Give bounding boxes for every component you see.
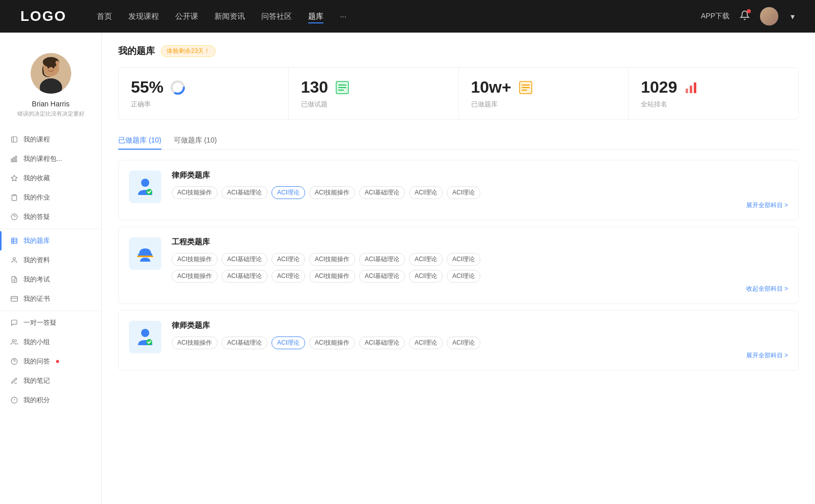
tab-done-banks[interactable]: 已做题库 (10) xyxy=(118,132,161,149)
svg-rect-44 xyxy=(694,82,696,93)
stat-questions: 130 已做试题 xyxy=(289,68,459,119)
sidebar-item-my-cert[interactable]: 我的证书 xyxy=(0,289,101,309)
profile-avatar-svg xyxy=(31,53,71,94)
nav-link-more[interactable]: ··· xyxy=(340,10,346,23)
tag-3-3[interactable]: ACI理论 xyxy=(271,337,305,349)
sidebar-label: 我的笔记 xyxy=(23,376,50,385)
sidebar-item-my-courses[interactable]: 我的课程 xyxy=(0,130,101,149)
table-icon xyxy=(10,237,18,245)
sidebar-item-my-bank[interactable]: 我的题库 xyxy=(0,231,101,250)
sidebar-item-homework[interactable]: 我的作业 xyxy=(0,188,101,207)
sidebar-label: 我的小组 xyxy=(23,338,50,347)
sidebar-item-my-info[interactable]: 我的资料 xyxy=(0,250,101,270)
tag-1-3[interactable]: ACI理论 xyxy=(271,186,305,199)
svg-rect-8 xyxy=(11,159,12,162)
tag-2-r2-5[interactable]: ACI基础理论 xyxy=(359,270,405,283)
tag-3-1[interactable]: ACI技能操作 xyxy=(172,337,218,349)
sidebar-item-my-notes[interactable]: 我的笔记 xyxy=(0,371,101,390)
sidebar-item-favorites[interactable]: 我的收藏 xyxy=(0,169,101,188)
collapse-link-2[interactable]: 收起全部科目 > xyxy=(172,285,788,293)
nav-right: APP下载 ▾ xyxy=(701,7,795,25)
tab-available-banks[interactable]: 可做题库 (10) xyxy=(174,132,217,149)
user-menu-chevron[interactable]: ▾ xyxy=(791,12,795,21)
engineer-icon-svg xyxy=(134,242,156,265)
tag-3-5[interactable]: ACI基础理论 xyxy=(359,337,405,349)
tag-1-7[interactable]: ACI理论 xyxy=(447,186,480,199)
tag-2-3[interactable]: ACI理论 xyxy=(271,253,305,266)
sidebar-label: 我的作业 xyxy=(23,193,50,202)
tabs: 已做题库 (10) 可做题库 (10) xyxy=(118,132,799,150)
tag-1-5[interactable]: ACI基础理论 xyxy=(359,186,405,199)
sidebar-item-my-exam[interactable]: 我的考试 xyxy=(0,270,101,289)
tag-3-6[interactable]: ACI理论 xyxy=(409,337,443,349)
sidebar-item-course-pack[interactable]: 我的课程包... xyxy=(0,149,101,169)
sidebar-item-my-points[interactable]: 我的积分 xyxy=(0,390,101,410)
qbank-title-2: 工程类题库 xyxy=(172,237,788,247)
navbar: LOGO 首页 发现课程 公开课 新闻资讯 问答社区 题库 ··· APP下载 … xyxy=(0,0,815,33)
bar-chart-red-icon xyxy=(683,79,699,96)
qbank-tags-1: ACI技能操作 ACI基础理论 ACI理论 ACI技能操作 ACI基础理论 AC… xyxy=(172,186,788,199)
notification-bell[interactable] xyxy=(740,10,750,22)
cert-icon xyxy=(10,295,18,303)
tag-2-r2-7[interactable]: ACI理论 xyxy=(447,270,480,283)
nav-link-qa[interactable]: 问答社区 xyxy=(261,10,292,23)
svg-point-24 xyxy=(12,340,15,342)
svg-rect-43 xyxy=(690,86,692,93)
sidebar-label: 我的题库 xyxy=(23,236,50,245)
tag-2-r2-3[interactable]: ACI理论 xyxy=(271,270,305,283)
tag-1-4[interactable]: ACI技能操作 xyxy=(309,186,355,199)
star-icon xyxy=(10,174,18,182)
file-icon xyxy=(10,135,18,144)
stat-top: 10w+ xyxy=(471,78,616,97)
sidebar-item-my-group[interactable]: 我的小组 xyxy=(0,332,101,352)
page-title-row: 我的题库 体验剩余23天！ xyxy=(118,45,799,57)
nav-link-bank[interactable]: 题库 xyxy=(308,10,323,23)
tag-2-r2-6[interactable]: ACI理论 xyxy=(409,270,443,283)
tag-3-4[interactable]: ACI技能操作 xyxy=(309,337,355,349)
tag-2-6[interactable]: ACI理论 xyxy=(409,253,443,266)
main-content: 我的题库 体验剩余23天！ 55% xyxy=(102,33,815,504)
sidebar-item-one-on-one[interactable]: 一对一答疑 xyxy=(0,313,101,332)
tag-1-6[interactable]: ACI理论 xyxy=(409,186,443,199)
profile-avatar xyxy=(31,53,71,94)
user-avatar[interactable] xyxy=(760,7,778,25)
qbank-card-1: 律师类题库 ACI技能操作 ACI基础理论 ACI理论 ACI技能操作 ACI基… xyxy=(118,160,799,220)
stat-value-ranking: 1029 xyxy=(641,78,677,97)
qbank-tags-2-row2: ACI技能操作 ACI基础理论 ACI理论 ACI技能操作 ACI基础理论 AC… xyxy=(172,270,788,283)
tag-2-r2-4[interactable]: ACI技能操作 xyxy=(309,270,355,283)
nav-link-discover[interactable]: 发现课程 xyxy=(128,10,159,23)
list-green-icon xyxy=(334,79,350,96)
tag-3-7[interactable]: ACI理论 xyxy=(447,337,480,349)
tag-2-4[interactable]: ACI技能操作 xyxy=(309,253,355,266)
stat-value-questions: 130 xyxy=(301,78,328,97)
expand-link-3[interactable]: 展开全部科目 > xyxy=(172,351,788,360)
svg-marker-11 xyxy=(11,175,17,181)
tag-2-5[interactable]: ACI基础理论 xyxy=(359,253,405,266)
qbank-title-3: 律师类题库 xyxy=(172,321,788,330)
sidebar-label: 我的问答 xyxy=(23,357,50,366)
tag-3-2[interactable]: ACI基础理论 xyxy=(222,337,267,349)
nav-link-news[interactable]: 新闻资讯 xyxy=(214,10,245,23)
nav-link-home[interactable]: 首页 xyxy=(97,10,112,23)
nav-link-open[interactable]: 公开课 xyxy=(175,10,198,23)
tag-2-7[interactable]: ACI理论 xyxy=(447,253,480,266)
sidebar-label: 我的课程 xyxy=(23,135,50,144)
tag-2-1[interactable]: ACI技能操作 xyxy=(172,253,218,266)
sidebar-item-my-answers[interactable]: 我的问答 xyxy=(0,352,101,371)
tag-2-r2-2[interactable]: ACI基础理论 xyxy=(222,270,267,283)
tag-2-2[interactable]: ACI基础理论 xyxy=(222,253,267,266)
tag-1-2[interactable]: ACI基础理论 xyxy=(222,186,267,199)
svg-point-5 xyxy=(52,66,55,69)
tag-2-r2-1[interactable]: ACI技能操作 xyxy=(172,270,218,283)
qbank-card-2: 工程类题库 ACI技能操作 ACI基础理论 ACI理论 ACI技能操作 ACI基… xyxy=(118,227,799,304)
stat-value-accuracy: 55% xyxy=(131,78,164,97)
expand-link-1[interactable]: 展开全部科目 > xyxy=(172,201,788,210)
sidebar-item-my-questions[interactable]: 我的答疑 xyxy=(0,207,101,227)
stat-accuracy: 55% 正确率 xyxy=(119,68,289,119)
tag-1-1[interactable]: ACI技能操作 xyxy=(172,186,218,199)
note-icon xyxy=(10,377,18,385)
sidebar-profile: Brian Harris 错误的决定比没有决定要好 xyxy=(0,43,101,130)
answer-red-dot xyxy=(56,360,59,363)
app-download-link[interactable]: APP下载 xyxy=(701,12,729,21)
svg-rect-15 xyxy=(12,238,17,244)
